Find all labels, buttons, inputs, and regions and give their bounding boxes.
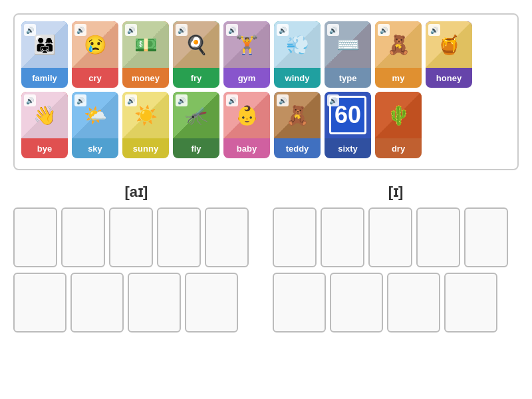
card-fly[interactable]: 🔊 🦟 fly [173, 92, 219, 158]
speaker-icon-sky[interactable]: 🔊 [74, 94, 86, 106]
card-label-fry: fry [173, 68, 219, 88]
drop-box-right-5[interactable] [464, 207, 508, 267]
drop-box-right-4[interactable] [416, 207, 460, 267]
card-bye[interactable]: 🔊 👋 bye [21, 92, 68, 158]
sort-column-left: [aɪ] [13, 184, 259, 338]
speaker-icon-teddy[interactable]: 🔊 [277, 94, 289, 106]
card-sixty[interactable]: 🔊 60 sixty [325, 92, 371, 158]
sort-header-left: [aɪ] [13, 184, 259, 201]
speaker-icon-baby[interactable]: 🔊 [226, 94, 238, 106]
card-label-baby: baby [223, 138, 270, 158]
drop-box-left-1[interactable] [13, 207, 57, 267]
sort-header-right: [ɪ] [273, 184, 519, 201]
drop-box-right-6[interactable] [273, 273, 326, 332]
speaker-icon-honey[interactable]: 🔊 [428, 24, 440, 36]
card-honey[interactable]: 🔊 🍯 honey [426, 21, 472, 88]
speaker-icon-gym[interactable]: 🔊 [226, 24, 238, 36]
speaker-icon-money[interactable]: 🔊 [125, 24, 137, 36]
drop-box-left-5[interactable] [205, 207, 249, 267]
drop-box-left-2[interactable] [61, 207, 105, 267]
drop-box-right-9[interactable] [444, 273, 497, 332]
card-family[interactable]: 🔊 👨‍👩‍👧 family [21, 21, 68, 88]
card-teddy[interactable]: 🔊 🧸 teddy [274, 92, 321, 158]
card-label-type: type [325, 68, 371, 88]
card-sunny[interactable]: 🔊 ☀️ sunny [122, 92, 169, 158]
card-grid-container: 🔊 👨‍👩‍👧 family 🔊 😢 cry 🔊 💵 money 🔊 🍳 fr [13, 13, 519, 170]
card-money[interactable]: 🔊 💵 money [122, 21, 169, 88]
card-row-2: 🔊 👋 bye 🔊 🌤️ sky 🔊 ☀️ sunny 🔊 🦟 fly [21, 92, 511, 158]
drop-box-right-3[interactable] [368, 207, 412, 267]
card-dry[interactable]: 🌵 dry [375, 92, 422, 158]
card-cry[interactable]: 🔊 😢 cry [72, 21, 118, 88]
speaker-icon-sixty[interactable]: 🔊 [327, 94, 339, 106]
card-windy[interactable]: 🔊 💨 windy [274, 21, 321, 88]
drop-box-left-3[interactable] [109, 207, 153, 267]
drop-box-right-2[interactable] [321, 207, 364, 267]
main-container: 🔊 👨‍👩‍👧 family 🔊 😢 cry 🔊 💵 money 🔊 🍳 fr [0, 0, 532, 351]
drop-box-left-6[interactable] [13, 273, 66, 332]
speaker-icon-my[interactable]: 🔊 [378, 24, 390, 36]
card-label-family: family [21, 68, 68, 88]
speaker-icon-sunny[interactable]: 🔊 [125, 94, 137, 106]
sorting-section: [aɪ] [ɪ] [13, 184, 519, 338]
sort-drop-row-right-bottom [273, 273, 519, 332]
drop-box-left-4[interactable] [157, 207, 201, 267]
card-label-gym: gym [223, 68, 270, 88]
card-row-1: 🔊 👨‍👩‍👧 family 🔊 😢 cry 🔊 💵 money 🔊 🍳 fr [21, 21, 511, 88]
drop-box-left-8[interactable] [128, 273, 181, 332]
sort-drop-row-right-top [273, 207, 519, 267]
card-type[interactable]: 🔊 ⌨️ type [325, 21, 371, 88]
drop-box-right-7[interactable] [330, 273, 383, 332]
speaker-icon-fly[interactable]: 🔊 [176, 94, 188, 106]
card-sky[interactable]: 🔊 🌤️ sky [72, 92, 118, 158]
card-label-sunny: sunny [122, 138, 169, 158]
card-label-my: my [375, 68, 422, 88]
speaker-icon-fry[interactable]: 🔊 [176, 24, 188, 36]
sort-column-right: [ɪ] [273, 184, 519, 338]
drop-box-left-7[interactable] [70, 273, 124, 332]
card-gym[interactable]: 🔊 🏋️ gym [223, 21, 270, 88]
sort-drop-row-left-top [13, 207, 259, 267]
speaker-icon-windy[interactable]: 🔊 [277, 24, 289, 36]
card-label-money: money [122, 68, 169, 88]
card-label-sixty: sixty [325, 138, 371, 158]
card-baby[interactable]: 🔊 👶 baby [223, 92, 270, 158]
drop-box-right-8[interactable] [387, 273, 440, 332]
card-fry[interactable]: 🔊 🍳 fry [173, 21, 219, 88]
sort-drop-row-left-bottom [13, 273, 259, 332]
drop-box-right-1[interactable] [273, 207, 317, 267]
speaker-icon-family[interactable]: 🔊 [24, 24, 36, 36]
card-image-dry: 🌵 [375, 92, 422, 138]
card-label-teddy: teddy [274, 138, 321, 158]
speaker-icon-cry[interactable]: 🔊 [74, 24, 86, 36]
speaker-icon-type[interactable]: 🔊 [327, 24, 339, 36]
card-label-cry: cry [72, 68, 118, 88]
card-my[interactable]: 🔊 🧸 my [375, 21, 422, 88]
card-label-bye: bye [21, 138, 68, 158]
speaker-icon-bye[interactable]: 🔊 [24, 94, 36, 106]
card-label-honey: honey [426, 68, 472, 88]
card-label-fly: fly [173, 138, 219, 158]
card-label-sky: sky [72, 138, 118, 158]
card-label-dry: dry [375, 138, 422, 158]
drop-box-left-9[interactable] [185, 273, 238, 332]
card-label-windy: windy [274, 68, 321, 88]
